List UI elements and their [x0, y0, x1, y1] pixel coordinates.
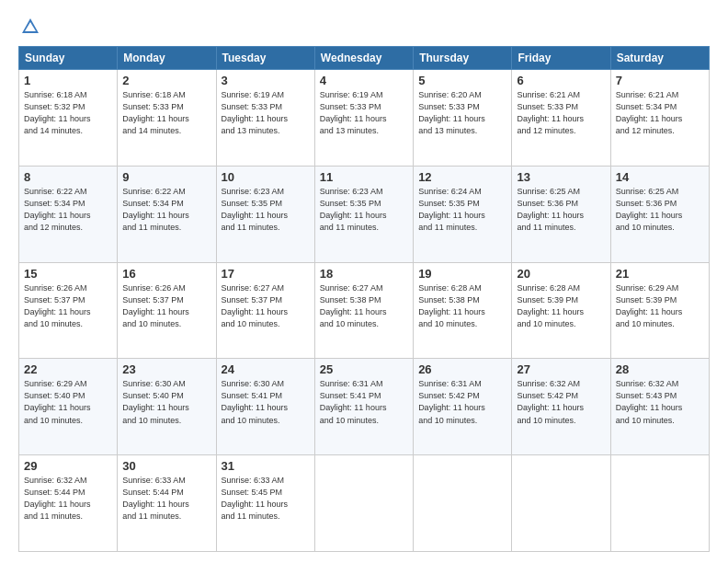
day-info: Sunrise: 6:27 AM Sunset: 5:37 PM Dayligh… [222, 282, 310, 330]
calendar-cell [610, 455, 709, 552]
calendar-week-row: 8 Sunrise: 6:22 AM Sunset: 5:34 PM Dayli… [19, 166, 710, 262]
day-info: Sunrise: 6:33 AM Sunset: 5:45 PM Dayligh… [222, 475, 310, 523]
day-number: 16 [122, 267, 210, 281]
calendar-cell: 12 Sunrise: 6:24 AM Sunset: 5:35 PM Dayl… [414, 166, 512, 262]
day-number: 2 [122, 74, 210, 87]
day-info: Sunrise: 6:30 AM Sunset: 5:41 PM Dayligh… [222, 378, 310, 426]
day-number: 12 [418, 170, 506, 184]
calendar-cell: 30 Sunrise: 6:33 AM Sunset: 5:44 PM Dayl… [118, 455, 216, 552]
day-number: 30 [122, 459, 210, 473]
day-number: 5 [418, 74, 506, 87]
calendar-cell: 14 Sunrise: 6:25 AM Sunset: 5:36 PM Dayl… [610, 166, 709, 262]
day-info: Sunrise: 6:26 AM Sunset: 5:37 PM Dayligh… [122, 282, 210, 330]
day-info: Sunrise: 6:24 AM Sunset: 5:35 PM Dayligh… [418, 186, 506, 234]
day-info: Sunrise: 6:32 AM Sunset: 5:42 PM Dayligh… [517, 378, 605, 426]
calendar-cell: 8 Sunrise: 6:22 AM Sunset: 5:34 PM Dayli… [19, 166, 118, 262]
day-number: 25 [320, 362, 408, 376]
day-number: 20 [517, 267, 605, 281]
day-info: Sunrise: 6:28 AM Sunset: 5:38 PM Dayligh… [418, 282, 506, 330]
calendar-cell: 18 Sunrise: 6:27 AM Sunset: 5:38 PM Dayl… [314, 262, 413, 359]
calendar-cell: 15 Sunrise: 6:26 AM Sunset: 5:37 PM Dayl… [19, 262, 118, 359]
day-number: 29 [24, 459, 112, 473]
day-info: Sunrise: 6:27 AM Sunset: 5:38 PM Dayligh… [320, 282, 408, 330]
day-info: Sunrise: 6:31 AM Sunset: 5:42 PM Dayligh… [418, 378, 506, 426]
calendar-cell: 31 Sunrise: 6:33 AM Sunset: 5:45 PM Dayl… [216, 455, 314, 552]
day-info: Sunrise: 6:32 AM Sunset: 5:43 PM Dayligh… [616, 378, 704, 426]
calendar-week-row: 15 Sunrise: 6:26 AM Sunset: 5:37 PM Dayl… [19, 262, 710, 359]
day-info: Sunrise: 6:18 AM Sunset: 5:32 PM Dayligh… [24, 89, 112, 137]
calendar-header-sunday: Sunday [19, 47, 118, 70]
calendar-week-row: 22 Sunrise: 6:29 AM Sunset: 5:40 PM Dayl… [19, 359, 710, 455]
calendar-cell: 10 Sunrise: 6:23 AM Sunset: 5:35 PM Dayl… [216, 166, 314, 262]
day-number: 10 [222, 170, 310, 184]
calendar-cell: 2 Sunrise: 6:18 AM Sunset: 5:33 PM Dayli… [118, 70, 216, 167]
day-number: 11 [320, 170, 408, 184]
day-info: Sunrise: 6:32 AM Sunset: 5:44 PM Dayligh… [24, 475, 112, 523]
day-number: 31 [222, 459, 310, 473]
day-info: Sunrise: 6:30 AM Sunset: 5:40 PM Dayligh… [122, 378, 210, 426]
day-number: 21 [616, 267, 704, 281]
day-number: 19 [418, 267, 506, 281]
calendar-header-saturday: Saturday [610, 47, 709, 70]
calendar-header-row: SundayMondayTuesdayWednesdayThursdayFrid… [19, 47, 710, 70]
day-info: Sunrise: 6:22 AM Sunset: 5:34 PM Dayligh… [122, 186, 210, 234]
logo [18, 17, 40, 37]
calendar-cell: 4 Sunrise: 6:19 AM Sunset: 5:33 PM Dayli… [314, 70, 413, 167]
calendar-cell [314, 455, 413, 552]
day-number: 28 [616, 362, 704, 376]
calendar-cell [512, 455, 610, 552]
calendar-header-wednesday: Wednesday [314, 47, 413, 70]
day-number: 8 [24, 170, 112, 184]
day-number: 18 [320, 267, 408, 281]
calendar-header-monday: Monday [118, 47, 216, 70]
calendar-cell: 5 Sunrise: 6:20 AM Sunset: 5:33 PM Dayli… [414, 70, 512, 167]
calendar-week-row: 1 Sunrise: 6:18 AM Sunset: 5:32 PM Dayli… [19, 70, 710, 167]
day-number: 26 [418, 362, 506, 376]
calendar-cell: 26 Sunrise: 6:31 AM Sunset: 5:42 PM Dayl… [414, 359, 512, 455]
day-number: 13 [517, 170, 605, 184]
day-info: Sunrise: 6:25 AM Sunset: 5:36 PM Dayligh… [517, 186, 605, 234]
day-number: 27 [517, 362, 605, 376]
day-number: 23 [122, 362, 210, 376]
day-number: 24 [222, 362, 310, 376]
calendar-cell: 25 Sunrise: 6:31 AM Sunset: 5:41 PM Dayl… [314, 359, 413, 455]
day-info: Sunrise: 6:31 AM Sunset: 5:41 PM Dayligh… [320, 378, 408, 426]
day-info: Sunrise: 6:19 AM Sunset: 5:33 PM Dayligh… [320, 89, 408, 137]
day-info: Sunrise: 6:19 AM Sunset: 5:33 PM Dayligh… [222, 89, 310, 137]
day-info: Sunrise: 6:29 AM Sunset: 5:39 PM Dayligh… [616, 282, 704, 330]
day-number: 7 [616, 74, 704, 87]
calendar-cell: 13 Sunrise: 6:25 AM Sunset: 5:36 PM Dayl… [512, 166, 610, 262]
calendar-cell: 24 Sunrise: 6:30 AM Sunset: 5:41 PM Dayl… [216, 359, 314, 455]
header [18, 17, 710, 37]
day-info: Sunrise: 6:28 AM Sunset: 5:39 PM Dayligh… [517, 282, 605, 330]
day-info: Sunrise: 6:23 AM Sunset: 5:35 PM Dayligh… [320, 186, 408, 234]
day-info: Sunrise: 6:23 AM Sunset: 5:35 PM Dayligh… [222, 186, 310, 234]
day-info: Sunrise: 6:21 AM Sunset: 5:33 PM Dayligh… [517, 89, 605, 137]
day-number: 17 [222, 267, 310, 281]
calendar-cell: 7 Sunrise: 6:21 AM Sunset: 5:34 PM Dayli… [610, 70, 709, 167]
day-info: Sunrise: 6:33 AM Sunset: 5:44 PM Dayligh… [122, 475, 210, 523]
day-info: Sunrise: 6:29 AM Sunset: 5:40 PM Dayligh… [24, 378, 112, 426]
day-number: 1 [24, 74, 112, 87]
day-info: Sunrise: 6:22 AM Sunset: 5:34 PM Dayligh… [24, 186, 112, 234]
calendar-week-row: 29 Sunrise: 6:32 AM Sunset: 5:44 PM Dayl… [19, 455, 710, 552]
calendar-cell: 11 Sunrise: 6:23 AM Sunset: 5:35 PM Dayl… [314, 166, 413, 262]
day-number: 9 [122, 170, 210, 184]
calendar-cell: 3 Sunrise: 6:19 AM Sunset: 5:33 PM Dayli… [216, 70, 314, 167]
calendar-header-friday: Friday [512, 47, 610, 70]
calendar-cell: 28 Sunrise: 6:32 AM Sunset: 5:43 PM Dayl… [610, 359, 709, 455]
day-info: Sunrise: 6:18 AM Sunset: 5:33 PM Dayligh… [122, 89, 210, 137]
calendar-cell: 17 Sunrise: 6:27 AM Sunset: 5:37 PM Dayl… [216, 262, 314, 359]
day-number: 15 [24, 267, 112, 281]
calendar-header-thursday: Thursday [414, 47, 512, 70]
calendar-cell: 19 Sunrise: 6:28 AM Sunset: 5:38 PM Dayl… [414, 262, 512, 359]
calendar-header-tuesday: Tuesday [216, 47, 314, 70]
page: SundayMondayTuesdayWednesdayThursdayFrid… [0, 0, 728, 563]
day-info: Sunrise: 6:26 AM Sunset: 5:37 PM Dayligh… [24, 282, 112, 330]
calendar-cell: 16 Sunrise: 6:26 AM Sunset: 5:37 PM Dayl… [118, 262, 216, 359]
day-number: 3 [222, 74, 310, 87]
calendar-cell: 1 Sunrise: 6:18 AM Sunset: 5:32 PM Dayli… [19, 70, 118, 167]
calendar-cell [414, 455, 512, 552]
day-number: 4 [320, 74, 408, 87]
calendar-cell: 27 Sunrise: 6:32 AM Sunset: 5:42 PM Dayl… [512, 359, 610, 455]
